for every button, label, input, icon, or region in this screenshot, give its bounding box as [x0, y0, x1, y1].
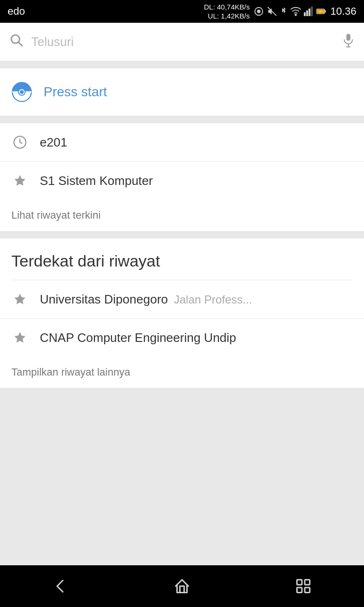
recents-button[interactable] — [284, 572, 322, 600]
mute-icon — [267, 6, 277, 17]
svg-rect-27 — [305, 580, 310, 585]
microphone-icon[interactable] — [342, 33, 355, 51]
wifi-icon — [291, 6, 301, 17]
location-icon — [254, 6, 264, 17]
search-input[interactable] — [31, 35, 335, 49]
svg-marker-24 — [14, 294, 25, 304]
press-start-card: Press start — [0, 68, 364, 116]
nearby-main-cnap: CNAP Computer Engineering Undip — [40, 331, 236, 345]
svg-text:⚡: ⚡ — [318, 9, 323, 14]
svg-rect-26 — [297, 580, 302, 585]
svg-rect-14 — [346, 34, 351, 41]
svg-point-0 — [257, 9, 260, 13]
spacer — [0, 388, 364, 565]
nav-bar — [0, 565, 364, 607]
nearby-sub-undip: Jalan Profess... — [174, 293, 252, 306]
svg-marker-25 — [14, 332, 25, 342]
svg-rect-5 — [306, 10, 308, 16]
star-icon-cnap — [11, 329, 28, 346]
show-more-link[interactable]: Tampilkan riwayat lainnya — [0, 357, 364, 388]
svg-marker-23 — [14, 175, 25, 185]
svg-rect-4 — [304, 12, 306, 16]
nearby-item-cnap[interactable]: CNAP Computer Engineering Undip — [0, 319, 364, 357]
svg-rect-29 — [305, 588, 310, 593]
svg-point-12 — [11, 35, 20, 43]
status-icons: ⚡ — [254, 6, 327, 17]
search-icon — [9, 33, 24, 51]
recent-item-e201[interactable]: e201 — [0, 123, 364, 162]
nearby-item-undip[interactable]: Universitas Diponegoro Jalan Profess... — [0, 280, 364, 319]
nearby-main-undip: Universitas Diponegoro — [40, 292, 168, 306]
search-bar — [0, 23, 364, 61]
svg-point-3 — [295, 14, 297, 16]
star-icon-undip — [11, 291, 28, 308]
svg-rect-28 — [297, 588, 302, 593]
battery-icon: ⚡ — [316, 6, 327, 17]
svg-rect-7 — [311, 7, 313, 16]
recent-searches-card: e201 S1 Sistem Komputer Lihat riwayat te… — [0, 123, 364, 231]
gap-1 — [0, 61, 364, 68]
nearby-item-undip-text: Universitas Diponegoro Jalan Profess... — [40, 292, 252, 307]
svg-point-21 — [20, 90, 24, 94]
status-time: 10.36 — [330, 5, 356, 18]
star-icon-s1 — [11, 172, 28, 189]
svg-rect-9 — [325, 10, 326, 12]
view-history-link[interactable]: Lihat riwayat terkini — [0, 200, 364, 231]
home-button[interactable] — [163, 572, 201, 600]
svg-line-13 — [18, 42, 22, 46]
status-bar: edo DL: 40,74KB/s UL: 1,42KB/s — [0, 0, 364, 23]
gap-2 — [0, 116, 364, 123]
svg-rect-6 — [309, 9, 310, 16]
pokeball-icon — [11, 82, 32, 102]
recent-text-e201: e201 — [40, 135, 67, 150]
nearby-card: Terdekat dari riwayat Universitas Dipone… — [0, 239, 364, 388]
gap-3 — [0, 231, 364, 239]
press-start-label: Press start — [44, 84, 107, 100]
press-start-item[interactable]: Press start — [0, 68, 364, 116]
recent-text-s1: S1 Sistem Komputer — [40, 174, 153, 188]
network-info: DL: 40,74KB/s UL: 1,42KB/s — [204, 2, 250, 21]
back-button[interactable] — [42, 572, 80, 600]
bluetooth-icon — [280, 6, 288, 17]
clock-icon — [11, 134, 28, 151]
recent-item-s1[interactable]: S1 Sistem Komputer — [0, 162, 364, 200]
signal-icon — [304, 6, 313, 17]
app-name: edo — [8, 5, 25, 18]
nearby-title: Terdekat dari riwayat — [0, 239, 364, 280]
status-right: DL: 40,74KB/s UL: 1,42KB/s — [204, 2, 356, 21]
